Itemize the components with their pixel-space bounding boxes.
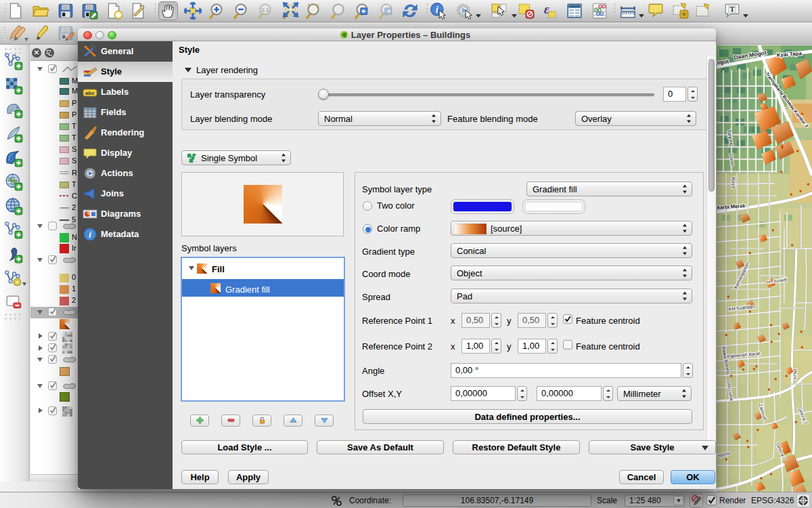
svg-text:ogot: ogot <box>717 58 729 66</box>
svg-text:ε: ε <box>544 2 549 16</box>
svg-text:Pluis: Pluis <box>792 368 798 379</box>
svg-text:i: i <box>436 4 438 15</box>
svg-text:1:1: 1:1 <box>262 7 269 13</box>
svg-text:T: T <box>729 5 735 13</box>
